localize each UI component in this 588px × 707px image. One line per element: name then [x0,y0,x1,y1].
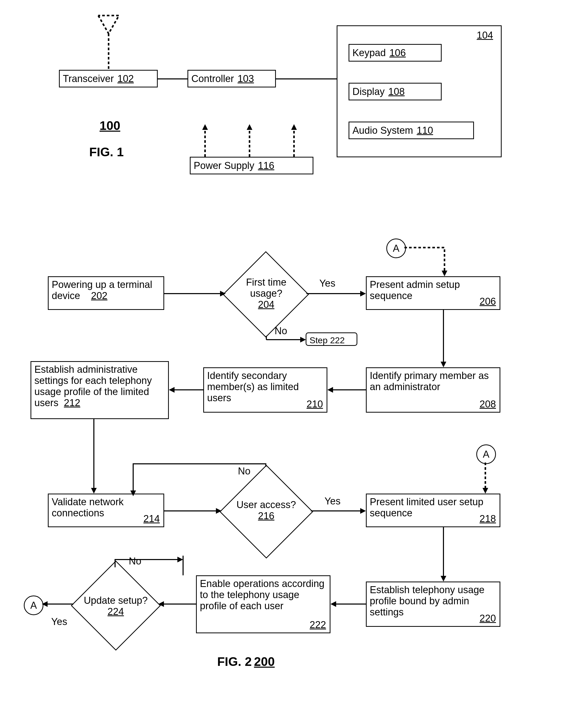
svg-marker-20 [327,387,333,393]
display-ref: 108 [388,86,405,97]
power-label: Power Supply [194,160,254,171]
arrow-line [169,386,203,394]
svg-marker-29 [360,508,366,514]
arrow-line [306,290,366,298]
arrow-line [263,336,306,343]
decision-216-text: User access? 216 [223,499,310,521]
controller-box: Controller 103 [187,70,276,88]
audio-box: Audio System 110 [349,122,474,139]
step-202-box: Powering up a terminal device 202 [48,276,164,310]
step-220-box: Establish telephony usage profile bound … [366,581,500,627]
power-arrow [201,124,209,157]
keypad-label: Keypad [352,47,386,59]
step-212-ref: 212 [64,397,80,408]
svg-marker-6 [291,124,297,130]
power-ref: 116 [258,160,274,171]
step-206-text: Present admin setup sequence [370,279,460,301]
step-222-box: Enable operations according to the telep… [196,575,331,633]
step-206-ref: 206 [480,296,496,307]
dashed-arrow [481,463,489,494]
no-label: No [275,326,287,337]
arrow-line [164,290,226,298]
arrow-line [179,556,187,575]
arrow-line [164,507,221,515]
no-label: No [238,466,250,477]
arrow-line [440,527,447,581]
no-label: No [129,556,141,567]
display-box: Display 108 [349,83,442,100]
step-218-box: Present limited user setup sequence 218 [366,494,500,527]
svg-marker-37 [42,601,47,607]
step-208-box: Identify primary member as an administra… [366,367,500,413]
io-ref: 104 [477,30,493,41]
fig2-label: FIG. 2 [217,655,252,669]
arrow-line [158,600,196,608]
fig1-label: FIG. 1 [89,145,124,159]
transceiver-box: Transceiver 102 [59,70,158,88]
arrow-line [327,386,366,394]
yes-label: Yes [319,278,335,289]
arrow-line [42,600,73,608]
arrow-line [331,600,366,608]
power-arrow [290,124,298,157]
svg-marker-33 [331,601,336,607]
connector-line [158,78,187,79]
step-202-ref: 202 [91,290,107,301]
step-218-ref: 218 [480,513,496,525]
fig2-label-container: FIG. 2 200 [217,654,275,669]
step-214-ref: 214 [143,513,160,525]
svg-marker-22 [169,387,175,393]
transceiver-ref: 102 [117,73,134,84]
arrow-line [311,507,366,515]
controller-label: Controller [192,73,234,84]
connector-a: A [24,596,43,615]
arrow-line [111,556,183,569]
power-arrow [246,124,253,157]
step-212-box: Establish administrative settings for ea… [31,361,169,419]
step-210-ref: 210 [307,399,323,410]
step-210-text: Identify secondary member(s) as limited … [207,370,299,403]
svg-marker-4 [247,124,252,130]
step-220-ref: 220 [480,613,496,624]
display-label: Display [352,86,385,97]
antenna-icon [93,10,124,70]
svg-marker-26 [216,508,221,514]
step-222-ref-box: Step 222 [306,332,357,346]
svg-marker-13 [360,291,366,297]
svg-marker-31 [441,576,446,581]
svg-marker-2 [202,124,208,130]
arrow-line [440,310,447,367]
svg-marker-11 [220,291,226,297]
svg-marker-24 [91,488,97,494]
power-box: Power Supply 116 [190,157,313,174]
step-210-box: Identify secondary member(s) as limited … [203,367,327,413]
keypad-box: Keypad 106 [349,44,442,62]
audio-label: Audio System [352,125,413,136]
svg-marker-16 [300,337,306,342]
transceiver-label: Transceiver [63,73,114,84]
arrow-line [90,419,98,494]
svg-marker-7 [442,271,447,276]
step-206-box: Present admin setup sequence 206 [366,276,500,310]
step-214-text: Validate network connections [52,497,124,518]
step-214-box: Validate network connections 214 [48,494,164,527]
svg-marker-18 [441,362,446,367]
step-222-text: Enable operations according to the telep… [200,578,324,611]
yes-label: Yes [324,496,341,507]
decision-204-text: First time usage? 204 [231,277,302,310]
decision-224-text: Update setup? 224 [74,595,158,617]
svg-marker-9 [483,488,488,494]
yes-label: Yes [51,616,67,627]
arrow-line [129,460,269,496]
step-218-text: Present limited user setup sequence [370,497,483,518]
keypad-ref: 106 [389,47,406,59]
controller-ref: 103 [238,73,254,84]
svg-marker-35 [158,601,164,607]
step-222-ref: 222 [310,619,326,631]
connector-a: A [386,238,406,258]
step-208-ref: 208 [480,399,496,410]
connector-line [276,78,337,79]
step-208-text: Identify primary member as an administra… [370,370,489,392]
audio-ref: 110 [417,125,433,136]
svg-marker-27 [130,491,136,496]
